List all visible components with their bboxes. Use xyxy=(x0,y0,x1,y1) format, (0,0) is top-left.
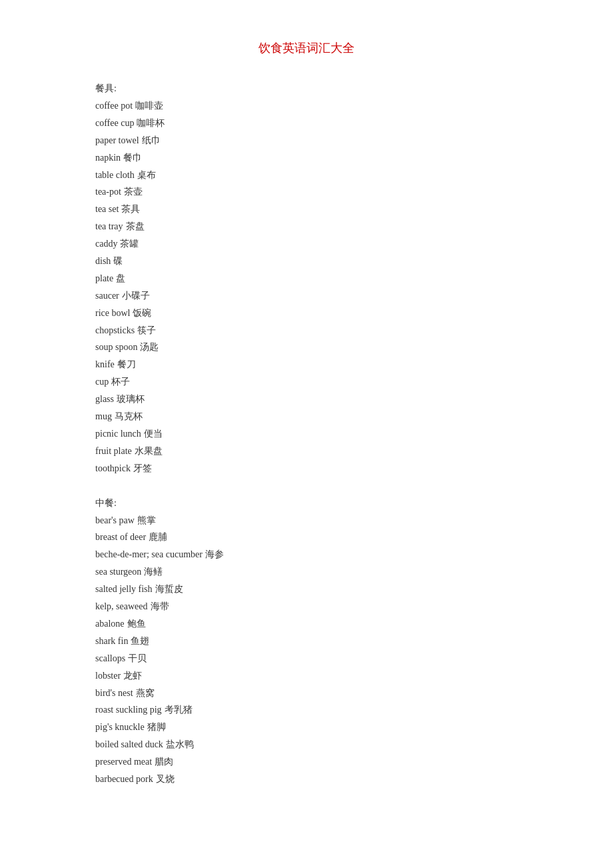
vocab-chinese: 咖啡壶 xyxy=(135,101,163,111)
vocab-chinese: 桌布 xyxy=(137,170,156,180)
vocab-chinese: 餐巾 xyxy=(123,153,142,163)
list-item: scallops干贝 xyxy=(95,650,518,667)
vocab-english: saucer xyxy=(95,291,119,301)
vocab-english: shark fin xyxy=(95,636,128,646)
list-item: tea-pot茶壶 xyxy=(95,183,518,201)
list-item: knife餐刀 xyxy=(95,356,518,373)
vocab-english: coffee pot xyxy=(95,101,133,111)
list-item: shark fin鱼翅 xyxy=(95,633,518,650)
vocab-chinese: 茶罐 xyxy=(120,239,139,249)
vocab-english: breast of deer xyxy=(95,532,146,542)
vocab-english: napkin xyxy=(95,153,121,163)
list-item: napkin餐巾 xyxy=(95,149,518,167)
list-item: caddy茶罐 xyxy=(95,235,518,253)
vocab-english: beche-de-mer; sea cucumber xyxy=(95,549,203,559)
vocab-english: roast suckling pig xyxy=(95,705,162,715)
list-item: rice bowl饭碗 xyxy=(95,305,518,322)
list-item: bear's paw熊掌 xyxy=(95,512,518,529)
vocab-chinese: 考乳猪 xyxy=(165,705,193,715)
vocab-chinese: 盐水鸭 xyxy=(166,739,194,749)
vocab-english: knife xyxy=(95,359,115,369)
vocab-chinese: 牙签 xyxy=(133,463,152,473)
section-tableware: 餐具:coffee pot咖啡壶coffee cup咖啡杯paper towel… xyxy=(95,83,518,477)
vocab-english: chopsticks xyxy=(95,325,135,335)
list-item: dish碟 xyxy=(95,253,518,270)
vocab-chinese: 餐刀 xyxy=(117,359,136,369)
vocab-chinese: 鲍鱼 xyxy=(127,619,146,629)
list-item: sea sturgeon海鳝 xyxy=(95,563,518,581)
list-item: coffee cup咖啡杯 xyxy=(95,115,518,132)
vocab-english: coffee cup xyxy=(95,118,134,128)
vocab-chinese: 海参 xyxy=(205,549,224,559)
vocab-english: barbecued pork xyxy=(95,774,153,784)
vocab-chinese: 碟 xyxy=(113,256,123,266)
vocab-chinese: 龙虾 xyxy=(123,671,142,681)
vocab-english: tea set xyxy=(95,204,119,214)
vocab-chinese: 汤匙 xyxy=(140,342,159,352)
vocab-english: sea sturgeon xyxy=(95,567,141,577)
list-item: fruit plate水果盘 xyxy=(95,443,518,460)
list-item: pig's knuckle猪脚 xyxy=(95,719,518,736)
vocab-chinese: 水果盘 xyxy=(135,446,163,456)
list-item: boiled salted duck盐水鸭 xyxy=(95,736,518,753)
vocab-english: lobster xyxy=(95,671,121,681)
list-item: toothpick牙签 xyxy=(95,460,518,477)
vocab-english: fruit plate xyxy=(95,446,132,456)
vocab-chinese: 纸巾 xyxy=(142,135,161,145)
list-item: kelp, seaweed海带 xyxy=(95,598,518,615)
vocab-english: salted jelly fish xyxy=(95,584,153,594)
list-item: salted jelly fish海蜇皮 xyxy=(95,581,518,598)
vocab-chinese: 海带 xyxy=(151,601,169,611)
vocab-english: picnic lunch xyxy=(95,429,141,439)
vocab-chinese: 玻璃杯 xyxy=(117,394,145,404)
list-item: picnic lunch便当 xyxy=(95,425,518,443)
list-item: mug马克杯 xyxy=(95,408,518,425)
vocab-chinese: 筷子 xyxy=(137,325,156,335)
list-item: lobster龙虾 xyxy=(95,667,518,685)
vocab-english: pig's knuckle xyxy=(95,722,145,732)
vocab-english: soup spoon xyxy=(95,342,137,352)
vocab-english: caddy xyxy=(95,239,117,249)
list-item: table cloth桌布 xyxy=(95,167,518,184)
vocab-chinese: 腊肉 xyxy=(155,757,173,767)
vocab-chinese: 猪脚 xyxy=(147,722,166,732)
vocab-english: dish xyxy=(95,256,111,266)
vocab-english: tea tray xyxy=(95,221,123,231)
vocab-english: plate xyxy=(95,273,113,283)
list-item: preserved meat腊肉 xyxy=(95,753,518,771)
vocab-chinese: 熊掌 xyxy=(137,515,156,525)
vocab-chinese: 燕窝 xyxy=(136,688,155,698)
vocab-chinese: 杯子 xyxy=(111,377,130,387)
vocab-english: scallops xyxy=(95,653,125,663)
section-chinese-food: 中餐:bear's paw熊掌breast of deer鹿脯beche-de-… xyxy=(95,497,518,788)
vocab-english: preserved meat xyxy=(95,757,152,767)
vocab-english: tea-pot xyxy=(95,187,121,197)
list-item: barbecued pork叉烧 xyxy=(95,771,518,788)
section-header-tableware: 餐具: xyxy=(95,83,518,95)
list-item: tea tray茶盘 xyxy=(95,218,518,235)
vocab-chinese: 茶盘 xyxy=(126,221,145,231)
list-item: saucer小碟子 xyxy=(95,287,518,305)
vocab-english: abalone xyxy=(95,619,125,629)
vocab-chinese: 饭碗 xyxy=(133,308,151,318)
list-item: glass玻璃杯 xyxy=(95,391,518,408)
vocab-english: mug xyxy=(95,411,112,421)
vocab-english: bird's nest xyxy=(95,688,133,698)
vocab-chinese: 干贝 xyxy=(128,653,147,663)
list-item: chopsticks筷子 xyxy=(95,322,518,339)
list-item: breast of deer鹿脯 xyxy=(95,529,518,546)
vocab-english: rice bowl xyxy=(95,308,130,318)
vocab-chinese: 马克杯 xyxy=(115,411,143,421)
list-item: plate盘 xyxy=(95,270,518,287)
vocab-english: toothpick xyxy=(95,463,131,473)
vocab-chinese: 海鳝 xyxy=(144,567,163,577)
vocab-english: bear's paw xyxy=(95,515,135,525)
vocab-english: paper towel xyxy=(95,135,139,145)
vocab-chinese: 盘 xyxy=(116,273,125,283)
vocab-english: kelp, seaweed xyxy=(95,601,148,611)
vocab-english: glass xyxy=(95,394,114,404)
vocab-chinese: 便当 xyxy=(144,429,163,439)
vocab-chinese: 鱼翅 xyxy=(131,636,149,646)
list-item: roast suckling pig考乳猪 xyxy=(95,701,518,719)
vocab-english: boiled salted duck xyxy=(95,739,163,749)
